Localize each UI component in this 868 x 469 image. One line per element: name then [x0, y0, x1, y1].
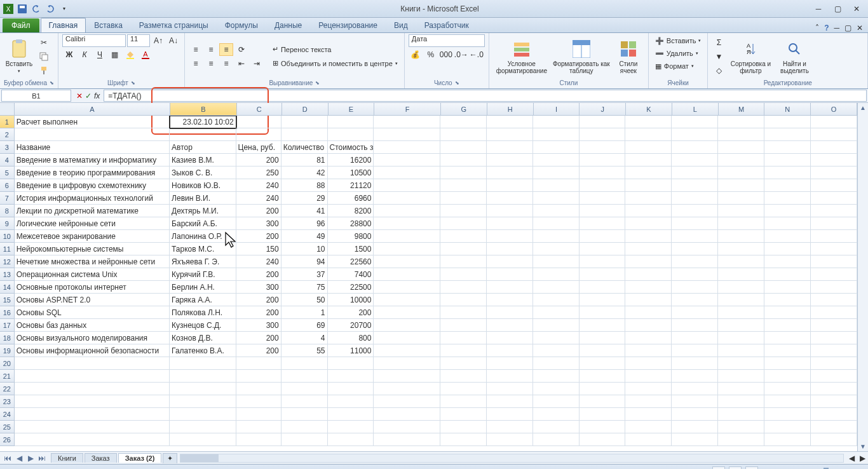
- cell[interactable]: [440, 344, 487, 357]
- row-header[interactable]: 2: [0, 128, 15, 141]
- cell[interactable]: [328, 116, 374, 128]
- close-icon[interactable]: ✕: [848, 3, 865, 15]
- cell[interactable]: [374, 154, 440, 167]
- cell[interactable]: [672, 243, 718, 255]
- cell[interactable]: Введение в математику и информатику: [15, 154, 170, 167]
- cell[interactable]: [440, 205, 487, 217]
- cell[interactable]: [764, 357, 811, 370]
- scroll-up-icon[interactable]: ▲: [860, 104, 866, 111]
- cell[interactable]: [533, 268, 580, 281]
- row-header[interactable]: 17: [0, 319, 15, 332]
- cell[interactable]: [487, 395, 533, 408]
- cell[interactable]: [718, 344, 764, 357]
- align-top-icon[interactable]: ≡: [189, 43, 203, 56]
- cell[interactable]: 250: [236, 167, 281, 179]
- cell[interactable]: [580, 192, 626, 205]
- cell[interactable]: [625, 344, 672, 357]
- cell[interactable]: [440, 421, 487, 433]
- cell[interactable]: Стоимость заказа: [328, 141, 374, 154]
- cell[interactable]: [487, 332, 533, 344]
- cell[interactable]: [533, 421, 580, 433]
- cell[interactable]: [672, 433, 718, 446]
- row-header[interactable]: 9: [0, 217, 15, 230]
- cell[interactable]: [487, 192, 533, 205]
- cell[interactable]: [170, 395, 236, 408]
- row-header[interactable]: 10: [0, 230, 15, 243]
- sheet-nav-prev-icon[interactable]: ◀: [14, 454, 24, 463]
- format-cells-button[interactable]: ▦Формат▾: [653, 60, 696, 72]
- cell[interactable]: [672, 128, 718, 141]
- row-header[interactable]: 20: [0, 357, 15, 370]
- clipboard-expand-icon[interactable]: ⬊: [50, 80, 54, 86]
- cell[interactable]: [281, 433, 328, 446]
- cell[interactable]: [672, 383, 718, 395]
- col-header-M[interactable]: M: [719, 103, 765, 116]
- cell[interactable]: [236, 408, 281, 421]
- format-painter-icon[interactable]: [37, 64, 51, 77]
- cell[interactable]: [580, 408, 626, 421]
- row-header[interactable]: 12: [0, 255, 15, 268]
- cell[interactable]: [440, 217, 487, 230]
- cell[interactable]: [580, 154, 626, 167]
- cell[interactable]: [281, 116, 328, 128]
- cell[interactable]: [811, 167, 857, 179]
- cell[interactable]: [672, 116, 718, 128]
- cell[interactable]: [281, 408, 328, 421]
- cell[interactable]: 50: [281, 294, 328, 306]
- sheet-nav-next-icon[interactable]: ▶: [25, 454, 36, 463]
- cell[interactable]: [170, 421, 236, 433]
- cell[interactable]: 1: [281, 306, 328, 319]
- cell[interactable]: [533, 433, 580, 446]
- cut-icon[interactable]: ✂: [37, 36, 51, 49]
- cell[interactable]: 75: [281, 281, 328, 294]
- cell[interactable]: 69: [281, 319, 328, 332]
- orientation-icon[interactable]: ⟳: [234, 43, 248, 56]
- cell[interactable]: [718, 141, 764, 154]
- cell[interactable]: [440, 167, 487, 179]
- col-header-K[interactable]: K: [626, 103, 672, 116]
- sheet-nav-first-icon[interactable]: ⏮: [3, 454, 13, 463]
- cell[interactable]: [374, 421, 440, 433]
- cell[interactable]: 300: [236, 281, 281, 294]
- row-header[interactable]: 11: [0, 243, 15, 255]
- cell[interactable]: [374, 230, 440, 243]
- cell[interactable]: 300: [236, 319, 281, 332]
- cell[interactable]: [487, 116, 533, 128]
- cell[interactable]: [374, 128, 440, 141]
- cell[interactable]: 37: [281, 268, 328, 281]
- cell[interactable]: [236, 433, 281, 446]
- cell[interactable]: [672, 141, 718, 154]
- cell[interactable]: [487, 357, 533, 370]
- cell[interactable]: [328, 128, 374, 141]
- ribbon-minimize-icon[interactable]: ˄: [815, 24, 819, 32]
- cell[interactable]: [374, 319, 440, 332]
- cell[interactable]: [718, 408, 764, 421]
- cell[interactable]: [625, 243, 672, 255]
- col-header-B[interactable]: B: [170, 103, 237, 116]
- redo-icon[interactable]: [44, 3, 56, 15]
- cell[interactable]: [764, 179, 811, 192]
- cell[interactable]: [487, 255, 533, 268]
- row-header[interactable]: 18: [0, 332, 15, 344]
- minimize-icon[interactable]: ─: [810, 3, 827, 15]
- cell[interactable]: [672, 230, 718, 243]
- cell[interactable]: [15, 433, 170, 446]
- cell[interactable]: История информационных технологий: [15, 192, 170, 205]
- cell[interactable]: [672, 268, 718, 281]
- cell[interactable]: [580, 294, 626, 306]
- cell[interactable]: Количество: [281, 141, 328, 154]
- cell[interactable]: [533, 154, 580, 167]
- cell[interactable]: [764, 383, 811, 395]
- cell[interactable]: [533, 141, 580, 154]
- cell[interactable]: [672, 408, 718, 421]
- cell[interactable]: [170, 383, 236, 395]
- cell[interactable]: Гаряка А.А.: [170, 294, 236, 306]
- cell[interactable]: [533, 344, 580, 357]
- row-header[interactable]: 14: [0, 281, 15, 294]
- cell[interactable]: 22500: [328, 281, 374, 294]
- cell[interactable]: [811, 433, 857, 446]
- col-header-F[interactable]: F: [374, 103, 441, 116]
- number-expand-icon[interactable]: ⬊: [455, 80, 459, 86]
- cell[interactable]: 7400: [328, 268, 374, 281]
- cell[interactable]: [328, 357, 374, 370]
